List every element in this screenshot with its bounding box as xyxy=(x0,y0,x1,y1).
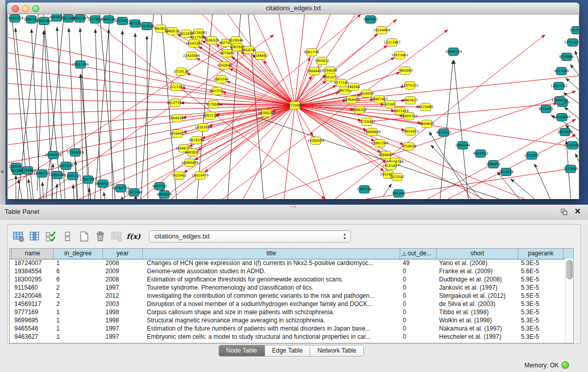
table-cell[interactable]: Jankovic et al. (1997) xyxy=(437,284,518,292)
graph-node[interactable]: 16720407 xyxy=(358,118,375,126)
graph-node[interactable]: 62160 xyxy=(385,101,396,108)
table-row[interactable]: 911546021997Tourette syndrome. Phenomeno… xyxy=(10,284,573,292)
table-cell[interactable]: 1 xyxy=(54,333,103,341)
table-cell[interactable]: Changes of HCN gene expression and I(f) … xyxy=(143,259,400,268)
table-cell[interactable]: 2 xyxy=(54,300,103,309)
table-cell[interactable]: 14569117 xyxy=(12,300,54,309)
memory-status-icon[interactable] xyxy=(561,361,569,369)
table-cell[interactable]: 9777169 xyxy=(12,309,54,317)
splitter-grip-icon[interactable] xyxy=(290,206,296,208)
table-row[interactable]: 1456911722003Disruption of a novel membe… xyxy=(10,300,573,309)
column-header-name[interactable]: name xyxy=(12,249,54,259)
table-cell[interactable]: 49 xyxy=(400,259,437,268)
graph-node[interactable]: 16154808 xyxy=(373,27,390,34)
graph-node[interactable]: 8679197 xyxy=(437,129,451,137)
table-cell[interactable]: Structural magnetic resonance image aver… xyxy=(143,317,400,325)
graph-node[interactable]: 9097588 xyxy=(59,162,74,170)
graph-node[interactable]: 8454749 xyxy=(242,47,256,54)
graph-node[interactable]: 9675685 xyxy=(220,50,235,57)
table-cell[interactable]: 5.3E-5 xyxy=(518,300,563,309)
graph-node[interactable]: 6961758 xyxy=(304,49,319,56)
table-cell[interactable]: Hescheler et al. (1997) xyxy=(437,333,518,341)
graph-node[interactable]: 8215955 xyxy=(539,105,554,113)
table-cell[interactable]: 0 xyxy=(400,292,437,300)
column-header-title[interactable]: title xyxy=(143,249,400,259)
graph-node[interactable]: 3624554 xyxy=(359,90,374,98)
graph-node[interactable]: 9267110 xyxy=(203,112,218,120)
graph-node[interactable]: 1527602 xyxy=(88,16,103,24)
graph-node[interactable]: 9493822 xyxy=(185,149,200,157)
table-cell[interactable]: 5.9E-5 xyxy=(518,276,563,284)
column-header-out-de-[interactable]: △ out_de... xyxy=(400,249,437,259)
table-cell[interactable]: 2 xyxy=(54,284,103,292)
table-cell[interactable]: 22420046 xyxy=(12,292,54,300)
column-header-pagerank[interactable]: pagerank xyxy=(518,249,563,259)
graph-node[interactable]: 19654923 xyxy=(402,128,419,136)
graph-node[interactable]: 24055724 xyxy=(8,15,24,23)
table-cell[interactable]: 1998 xyxy=(103,309,143,317)
table-cell[interactable]: 1 xyxy=(54,259,103,268)
table-cell[interactable]: Yano et al. (2008) xyxy=(437,259,518,268)
table-cell[interactable]: 2 xyxy=(54,292,103,300)
table-cell[interactable]: 5.6E-5 xyxy=(518,268,563,276)
scrollbar-thumb[interactable] xyxy=(567,260,573,279)
table-cell[interactable]: Stergiakouli et al. (2012) xyxy=(437,292,518,300)
table-cell[interactable]: 19384554 xyxy=(12,268,54,276)
graph-node[interactable]: 7485063 xyxy=(398,67,413,75)
graph-node[interactable]: 8186328 xyxy=(205,37,220,45)
column-header-short[interactable]: short xyxy=(437,249,518,259)
graph-node[interactable]: 8427552 xyxy=(210,87,225,95)
table-row[interactable]: 1830029562008Estimation of significance … xyxy=(10,276,573,284)
table-cell[interactable]: 5.3E-5 xyxy=(518,284,563,292)
table-cell[interactable]: Tourette syndrome. Phenomenology and cla… xyxy=(143,284,400,292)
table-row[interactable]: 1938455462009Genome-wide association stu… xyxy=(10,268,573,276)
graph-node[interactable]: 9170045 xyxy=(206,101,221,108)
table-cell[interactable]: 9699695 xyxy=(12,317,54,325)
table-cell[interactable]: 1997 xyxy=(103,333,143,341)
table-row[interactable]: 946362711997Embryonic stem cells: a mode… xyxy=(10,333,573,341)
table-cell[interactable]: 2003 xyxy=(103,300,143,309)
table-row[interactable]: 2242004622012Investigating the contribut… xyxy=(10,292,573,300)
graph-node[interactable]: 16914479 xyxy=(191,172,208,180)
graph-node[interactable]: 7955812 xyxy=(315,57,330,65)
graph-node[interactable]: 1217254 xyxy=(570,27,579,34)
close-panel-icon[interactable]: ✕ xyxy=(574,207,581,216)
graph-node[interactable]: 9452013 xyxy=(473,150,488,158)
tab-network-table[interactable]: Network Table xyxy=(310,345,363,356)
table-cell[interactable]: 1997 xyxy=(103,284,143,292)
graph-node[interactable]: 9115460 xyxy=(419,103,433,111)
function-builder-icon[interactable]: f(x) xyxy=(125,229,141,244)
table-row[interactable]: 977716911998Corpus callosum shape and si… xyxy=(10,309,573,317)
graph-node[interactable]: 9242845 xyxy=(217,62,232,70)
table-cell[interactable]: 6 xyxy=(54,276,103,284)
graph-node[interactable]: 10653287 xyxy=(71,15,88,23)
table-cell[interactable]: 5.5E-5 xyxy=(518,292,563,300)
table-row[interactable]: 969969511998Structural magnetic resonanc… xyxy=(10,317,573,325)
table-row[interactable]: 946554611997Estimation of the future num… xyxy=(10,325,573,333)
table-cell[interactable]: 5.3E-5 xyxy=(518,309,563,317)
graph-node[interactable]: 9678334 xyxy=(189,137,204,144)
graph-node[interactable]: 1307254 xyxy=(357,186,372,193)
table-cell[interactable]: de Silva et al. (2003) xyxy=(437,300,518,309)
graph-node[interactable]: 18107554 xyxy=(166,99,183,107)
graph-node[interactable]: 7625402 xyxy=(172,172,187,180)
table-cell[interactable]: 0 xyxy=(400,317,437,325)
table-cell[interactable]: 2009 xyxy=(103,268,143,276)
table-cell[interactable]: 5.3E-5 xyxy=(518,259,563,268)
network-canvas[interactable]: 2405572420553722069140690546137811406106… xyxy=(7,14,579,199)
tab-edge-table[interactable]: Edge Table xyxy=(265,345,311,356)
table-cell[interactable]: Genome-wide association studies in ADHD. xyxy=(143,268,400,276)
graph-node[interactable]: 2687682 xyxy=(363,16,378,24)
graph-node[interactable]: 746266 xyxy=(347,83,360,91)
table-cell[interactable]: 2008 xyxy=(103,276,143,284)
table-cell[interactable]: Disruption of a novel member of a sodium… xyxy=(143,300,400,309)
show-columns-icon[interactable] xyxy=(27,229,42,244)
table-cell[interactable]: 0 xyxy=(400,325,437,333)
graph-node[interactable]: 9660128 xyxy=(165,28,180,35)
table-cell[interactable]: 1 xyxy=(54,325,103,333)
column-header-year[interactable]: year xyxy=(103,249,143,259)
table-cell[interactable]: 0 xyxy=(400,333,437,341)
table-source-select[interactable]: citations_edges.txt ▲▼ xyxy=(149,230,351,243)
delete-table-icon[interactable] xyxy=(93,229,108,244)
vertical-scrollbar[interactable] xyxy=(565,259,573,343)
